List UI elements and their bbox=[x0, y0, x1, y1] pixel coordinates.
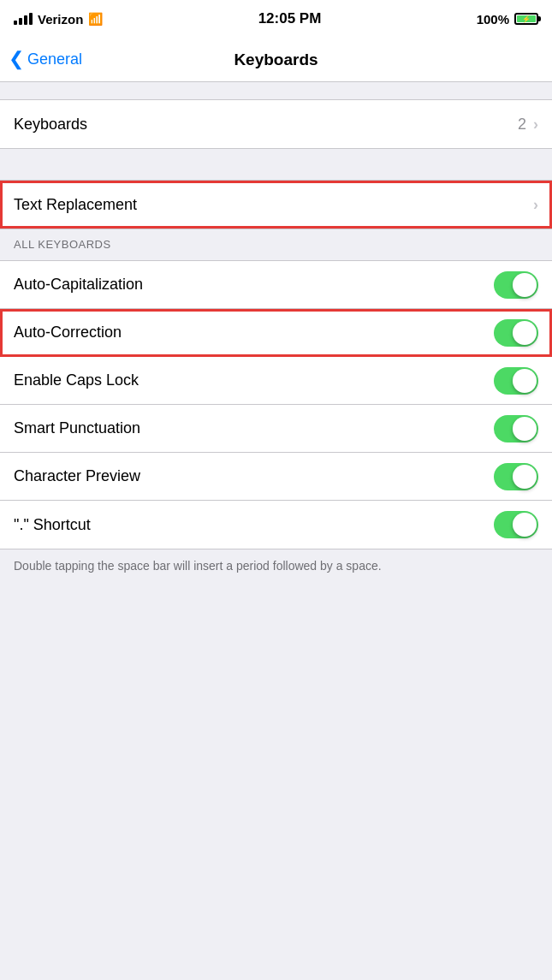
back-label: General bbox=[27, 50, 82, 68]
status-left: Verizon 📶 bbox=[14, 12, 103, 27]
keyboards-row-right: 2 › bbox=[518, 116, 538, 134]
all-keyboards-header: ALL KEYBOARDS bbox=[0, 229, 552, 256]
battery-percent-label: 100% bbox=[477, 12, 509, 27]
status-right: 100% ⚡ bbox=[477, 12, 538, 27]
setting-row-auto-correction[interactable]: Auto-Correction bbox=[0, 309, 552, 357]
text-replacement-row[interactable]: Text Replacement › bbox=[0, 181, 552, 229]
text-replacement-group: Text Replacement › bbox=[0, 180, 552, 229]
keyboards-row[interactable]: Keyboards 2 › bbox=[0, 100, 552, 148]
setting-row-enable-caps-lock[interactable]: Enable Caps Lock bbox=[0, 357, 552, 405]
setting-label-period-shortcut: "." Shortcut bbox=[14, 516, 91, 534]
setting-label-auto-correction: Auto-Correction bbox=[14, 324, 122, 342]
toggle-knob-auto-capitalization bbox=[513, 273, 537, 297]
toggle-enable-caps-lock[interactable] bbox=[494, 367, 538, 395]
setting-label-enable-caps-lock: Enable Caps Lock bbox=[14, 371, 139, 389]
keyboards-count: 2 bbox=[518, 116, 526, 134]
setting-row-character-preview[interactable]: Character Preview bbox=[0, 453, 552, 501]
keyboards-chevron-icon: › bbox=[533, 116, 538, 134]
gap-3: ALL KEYBOARDS bbox=[0, 229, 552, 260]
status-bar: Verizon 📶 12:05 PM 100% ⚡ bbox=[0, 0, 552, 38]
nav-bar: ❮ General Keyboards bbox=[0, 38, 552, 82]
setting-label-auto-capitalization: Auto-Capitalization bbox=[14, 276, 143, 294]
toggle-knob-enable-caps-lock bbox=[513, 369, 537, 393]
carrier-label: Verizon bbox=[38, 12, 83, 27]
setting-label-smart-punctuation: Smart Punctuation bbox=[14, 419, 140, 437]
setting-row-smart-punctuation[interactable]: Smart Punctuation bbox=[0, 405, 552, 453]
all-keyboards-group: Auto-CapitalizationAuto-CorrectionEnable… bbox=[0, 260, 552, 549]
page-title: Keyboards bbox=[234, 50, 318, 69]
setting-label-character-preview: Character Preview bbox=[14, 467, 140, 485]
keyboards-label: Keyboards bbox=[14, 116, 87, 134]
back-button[interactable]: ❮ General bbox=[9, 49, 82, 70]
footer-note: Double tapping the space bar will insert… bbox=[0, 549, 552, 584]
setting-row-period-shortcut[interactable]: "." Shortcut bbox=[0, 501, 552, 549]
battery-bolt-icon: ⚡ bbox=[522, 15, 531, 23]
text-replacement-label: Text Replacement bbox=[14, 196, 137, 214]
text-replacement-chevron-icon: › bbox=[533, 196, 538, 214]
toggle-period-shortcut[interactable] bbox=[494, 511, 538, 538]
gap-1 bbox=[0, 82, 552, 99]
toggle-auto-correction[interactable] bbox=[494, 319, 538, 347]
back-chevron-icon: ❮ bbox=[9, 48, 24, 70]
battery-icon: ⚡ bbox=[514, 13, 538, 25]
text-replacement-row-right: › bbox=[533, 196, 538, 214]
gap-2 bbox=[0, 149, 552, 180]
keyboards-group: Keyboards 2 › bbox=[0, 99, 552, 149]
setting-row-auto-capitalization[interactable]: Auto-Capitalization bbox=[0, 261, 552, 309]
toggle-knob-period-shortcut bbox=[513, 513, 537, 537]
toggle-character-preview[interactable] bbox=[494, 463, 538, 490]
toggle-knob-character-preview bbox=[513, 465, 537, 489]
toggle-smart-punctuation[interactable] bbox=[494, 415, 538, 442]
signal-bars-icon bbox=[14, 13, 33, 25]
toggle-knob-auto-correction bbox=[513, 321, 537, 345]
status-time: 12:05 PM bbox=[258, 10, 322, 27]
toggle-knob-smart-punctuation bbox=[513, 417, 537, 441]
wifi-icon: 📶 bbox=[88, 12, 103, 26]
toggle-auto-capitalization[interactable] bbox=[494, 271, 538, 299]
